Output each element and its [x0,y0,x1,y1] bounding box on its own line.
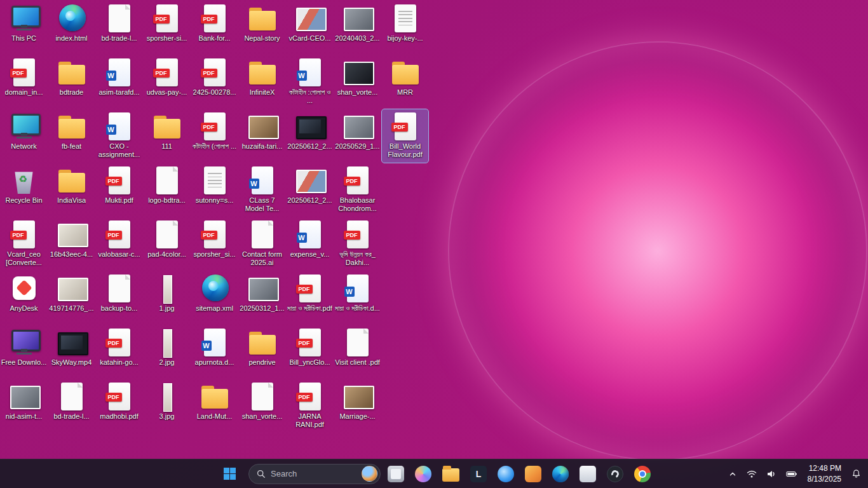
desktop-icon[interactable]: Bill_World Flavour.pdf [382,109,428,163]
desktop-icon[interactable]: expense_v... [287,217,333,271]
taskbar-app-l-tile[interactable]: L [470,466,487,482]
desktop-icon[interactable]: Contact form 2025.ai [239,217,285,271]
desktop-icon[interactable]: asim-tarafd... [96,55,142,109]
desktop-icon[interactable]: bdtrade [48,55,95,109]
desktop-icon[interactable]: 20250612_2... [287,163,333,217]
taskbar-app-blue-ring[interactable] [498,466,514,482]
taskbar-app-gray-app[interactable] [388,466,404,482]
file-icon [341,57,374,88]
desktop-icon[interactable]: sporsher-si... [144,1,190,55]
notification-bell-icon[interactable] [850,467,863,480]
search-highlights-image[interactable] [362,466,377,482]
file-icon [294,57,327,88]
desktop-icon[interactable]: nid-asim-t... [1,379,47,433]
desktop-icon[interactable]: SkyWay.mp4 [48,325,95,379]
taskbar-app-chrome[interactable] [634,466,651,482]
desktop-icon[interactable]: sporsher_si... [191,217,238,271]
search-input[interactable]: Search [248,464,381,484]
desktop-icon[interactable]: madhobi.pdf [96,379,142,433]
desktop-icon[interactable]: Vcard_ceo [Converte... [1,217,47,271]
desktop-icon[interactable]: domain_in... [1,55,47,109]
file-label: CLass 7 Model Te... [240,196,285,214]
desktop-icon[interactable]: JARNA RANI.pdf [287,379,333,433]
desktop-icon[interactable]: Bill_yncGlo... [287,325,333,379]
file-label: nid-asim-t... [6,412,42,421]
desktop-icon[interactable]: Land-Mut... [191,379,238,433]
taskbar-app-orange-s[interactable] [525,466,541,482]
desktop-icon[interactable]: huzaifa-tari... [239,109,285,163]
desktop-icon[interactable]: udvas-pay-... [144,55,190,109]
desktop-icon[interactable]: 20250312_1... [239,271,285,325]
file-label: Visit client .pdf [335,358,380,367]
desktop-icon[interactable]: fb-feat [48,109,95,163]
desktop-icon[interactable]: sutonny=s... [191,163,238,217]
desktop-icon[interactable]: shan_vorte... [239,379,285,433]
file-icon [246,381,279,412]
desktop-icon[interactable]: pendrive [239,325,285,379]
desktop-icon[interactable]: index.html [48,1,95,55]
desktop-icon[interactable]: কাঁটাহীন :গোলাপ ও ... [287,55,333,109]
desktop-icon[interactable]: মায়া ও মরীচিকা.d... [334,271,381,325]
desktop-icon[interactable]: Mukti.pdf [96,163,142,217]
desktop-icon[interactable]: মায়া ও মরীচিকা.pdf [287,271,333,325]
desktop-icon[interactable]: apurnota.d... [191,325,238,379]
file-icon [294,219,327,250]
desktop-icon[interactable]: This PC [1,1,47,55]
file-icon [103,165,136,196]
taskbar-clock[interactable]: 12:48 PM 8/13/2025 [805,462,844,485]
desktop-icon[interactable]: 20240403_2... [334,1,381,55]
desktop-icon[interactable]: 20250612_2... [287,109,333,163]
file-label: shan_vorte... [242,412,283,421]
desktop-icon[interactable]: 111 [144,109,190,163]
tray-chevron-up-icon[interactable] [726,468,739,480]
desktop-icon[interactable]: valobasar-c... [96,217,142,271]
desktop-icon[interactable]: 1.jpg [144,271,190,325]
desktop-icon[interactable]: 16b43eec-4... [48,217,95,271]
desktop-icon[interactable]: IndiaVisa [48,163,95,217]
desktop-icon[interactable]: Nepal-story [239,1,285,55]
desktop-icon[interactable]: backup-to... [96,271,142,325]
desktop-icon[interactable]: 2425-00278... [191,55,238,109]
desktop-icon[interactable]: ভূমি উন্নয়ন কর_ Dakhi... [334,217,381,271]
file-label: মায়া ও মরীচিকা.pdf [287,304,332,313]
desktop-icon[interactable]: 419714776_... [48,271,95,325]
taskbar-app-file-explorer[interactable] [442,468,459,482]
desktop-icon[interactable]: 3.jpg [144,379,190,433]
desktop-icon[interactable]: Marriage-... [334,379,381,433]
desktop-icon[interactable]: InfiniteX [239,55,285,109]
desktop-icon[interactable]: 20250529_1... [334,109,381,163]
desktop-icon[interactable]: Recycle Bin [1,163,47,217]
desktop-icon[interactable]: pad-4color... [144,217,190,271]
battery-icon[interactable] [784,468,799,480]
desktop-icon[interactable]: bijoy-key-... [382,1,428,55]
desktop-icon[interactable]: কাঁটাহীন (গোলাপ ... [191,109,238,163]
desktop-icon[interactable]: MRR [382,55,428,109]
start-button[interactable] [217,462,241,486]
desktop-icon[interactable]: sitemap.xml [191,271,238,325]
desktop-icon[interactable]: 2.jpg [144,325,190,379]
desktop-icon[interactable]: CXO - assignment... [96,109,142,163]
desktop-icon[interactable]: vCard-CEO... [287,1,333,55]
desktop-icon[interactable]: Bhalobasar Chondrom... [334,163,381,217]
desktop-icon[interactable]: logo-bdtra... [144,163,190,217]
desktop-icon-grid[interactable]: This PC index.html bd-trade-l... sporshe… [0,1,429,433]
desktop-icon[interactable]: katahin-go... [96,325,142,379]
file-label: huzaifa-tari... [242,142,283,151]
volume-icon[interactable] [764,467,778,481]
desktop-icon[interactable]: Bank-for... [191,1,238,55]
desktop-icon[interactable]: CLass 7 Model Te... [239,163,285,217]
desktop-icon[interactable]: bd-trade-l... [48,379,95,433]
desktop-icon[interactable]: Visit client .pdf [334,325,381,379]
file-icon [151,327,184,358]
desktop-icon[interactable]: AnyDesk [1,271,47,325]
wifi-icon[interactable] [745,467,759,481]
taskbar-app-edge[interactable] [552,466,569,482]
desktop-icon[interactable]: bd-trade-l... [96,1,142,55]
taskbar-app-copilot[interactable] [415,466,431,482]
desktop-icon[interactable]: shan_vorte... [334,55,381,109]
taskbar-app-light-app[interactable] [580,466,596,482]
file-icon [198,327,231,358]
desktop-icon[interactable]: Network [1,109,47,163]
desktop-icon[interactable]: Free Downlo... [1,325,47,379]
taskbar-app-obs[interactable] [607,466,623,482]
